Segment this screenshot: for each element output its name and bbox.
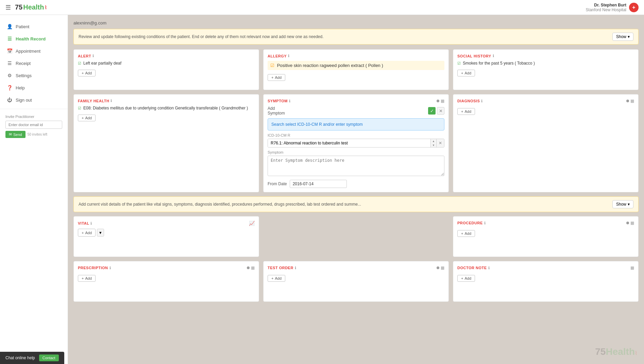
sidebar-item-appointment[interactable]: 📅 Appointment [0, 45, 68, 57]
allergy-card: ALLERGY ℹ ☑ Positive skin reaction ragwe… [263, 49, 449, 90]
procedure-card-header: PROCEDURE ℹ ▦ [457, 221, 634, 225]
family-health-add-button[interactable]: + Add [78, 115, 96, 121]
sidebar-item-label-health-record: Health Record [16, 36, 46, 41]
doctor-note-add-button[interactable]: + Add [457, 275, 475, 282]
family-health-add-label: Add [85, 116, 92, 120]
diagnosis-toolbar-dot[interactable] [626, 100, 629, 102]
symptom-textarea[interactable] [268, 156, 444, 176]
prescription-info-icon[interactable]: ℹ [109, 266, 111, 270]
symptom-toolbar-cal-icon[interactable]: ▦ [441, 99, 444, 103]
from-date-row: From Date [268, 180, 444, 188]
topnav: ☰ 75 Health ⌇ Dr. Stephen Burt Stanford … [0, 0, 644, 15]
diagnosis-add-button[interactable]: + Add [457, 108, 475, 115]
visit-bar: Add current visit details of the patient… [73, 196, 639, 212]
prescription-add-button[interactable]: + Add [78, 275, 96, 282]
doctor-note-card: DOCTOR NOTE ℹ ▦ + Add [453, 261, 639, 302]
topnav-left: ☰ 75 Health ⌇ [5, 3, 47, 11]
doctor-note-toolbar-cal-icon[interactable]: ▦ [630, 265, 634, 270]
symptom-toolbar-dot[interactable] [437, 100, 439, 102]
symptom-label: Symptom [268, 150, 444, 154]
show-arrow-icon: ▾ [628, 34, 630, 39]
prescription-toolbar-dot[interactable] [247, 266, 250, 269]
brand-75: 75 [15, 3, 22, 11]
from-date-label: From Date [268, 181, 287, 186]
allergy-item-text-0: Positive skin reaction ragweed pollen ex… [277, 63, 383, 68]
allergy-info-icon[interactable]: ℹ [288, 54, 289, 58]
sidebar-item-sign-out[interactable]: ⏻ Sign out [0, 94, 68, 106]
test-order-card-title: TEST ORDER [268, 266, 293, 270]
symptom-card: SYMPTOM ℹ ▦ AddSymptom ✓ ✕ [263, 94, 449, 192]
sidebar-item-help[interactable]: ❓ Help [0, 82, 68, 94]
prescription-toolbar-cal-icon[interactable]: ▦ [251, 265, 255, 270]
vital-add-arrow-button[interactable]: ▾ [97, 229, 104, 237]
sidebar-item-receipt[interactable]: ☰ Receipt [0, 57, 68, 69]
family-health-info-icon[interactable]: ℹ [111, 99, 112, 103]
vital-card: VITAL ℹ 📈 + Add ▾ [73, 216, 259, 257]
test-order-add-plus-icon: + [271, 276, 273, 280]
test-order-card-toolbar: ▦ [437, 265, 444, 270]
sidebar-item-label-settings: Settings [16, 73, 32, 78]
procedure-info-icon[interactable]: ℹ [484, 221, 486, 225]
vital-add-label: Add [85, 231, 92, 235]
allergy-check-icon: ☑ [270, 63, 274, 68]
test-order-add-label: Add [275, 276, 282, 280]
symptom-add-label: AddSymptom [268, 106, 285, 116]
sidebar-item-patient[interactable]: 👤 Patient [0, 20, 68, 33]
diagnosis-info-icon[interactable]: ℹ [481, 99, 482, 103]
test-order-info-icon[interactable]: ℹ [295, 266, 296, 270]
vital-info-icon[interactable]: ℹ [90, 221, 92, 226]
hamburger-icon[interactable]: ☰ [5, 4, 11, 11]
symptom-cancel-button[interactable]: ✕ [437, 107, 444, 115]
sidebar-item-health-record[interactable]: ☰ Health Record [0, 33, 68, 45]
sidebar-item-settings[interactable]: ⚙ Settings [0, 69, 68, 82]
cards-row-4: PRESCRIPTION ℹ ▦ + Add TEST ORDER ℹ [73, 261, 639, 302]
family-health-item-0: ☑ E08: Diabetes mellitus due to underlyi… [78, 106, 255, 110]
social-history-info-icon[interactable]: ℹ [493, 54, 494, 58]
alert-card: ALERT ℹ ☑ Left ear partially deaf + Add [73, 49, 259, 90]
show-button-visit[interactable]: Show ▾ [612, 200, 633, 208]
invite-email-input[interactable] [5, 121, 62, 129]
icd-input[interactable] [268, 139, 430, 147]
visit-show-arrow-icon: ▾ [628, 202, 630, 207]
sidebar-item-label-receipt: Receipt [16, 61, 31, 66]
test-order-toolbar-cal-icon[interactable]: ▦ [441, 265, 444, 270]
cards-row-1: ALERT ℹ ☑ Left ear partially deaf + Add … [73, 49, 639, 90]
symptom-info-icon[interactable]: ℹ [289, 99, 290, 103]
invite-section: Invite Practitioner ✉ Send 50 invites le… [0, 109, 68, 143]
procedure-add-button[interactable]: + Add [457, 230, 475, 237]
procedure-toolbar-dot[interactable] [626, 222, 629, 224]
sidebar-item-label-sign-out: Sign out [16, 98, 32, 103]
diagnosis-toolbar-cal-icon[interactable]: ▦ [630, 99, 634, 103]
alert-add-button[interactable]: + Add [78, 70, 96, 76]
diagnosis-card: DIAGNOSIS ℹ ▦ + Add [453, 94, 639, 192]
symptom-popup-area: AddSymptom ✓ ✕ Search select ICD-10-CM R… [268, 106, 444, 188]
cross-icon[interactable]: + [629, 3, 639, 12]
vital-add-button[interactable]: + Add [78, 229, 96, 237]
show-button-top[interactable]: Show ▾ [612, 33, 633, 41]
show-label: Show [616, 34, 626, 39]
test-order-add-button[interactable]: + Add [268, 275, 285, 282]
doctor-note-card-header: DOCTOR NOTE ℹ ▦ [457, 265, 634, 270]
icd-label: ICD-10-CM R [268, 133, 444, 137]
family-health-item-text-0: E08: Diabetes mellitus due to underlying… [83, 106, 248, 110]
contact-button[interactable]: Contact [39, 354, 59, 361]
icd-scroll-up[interactable]: ▲ [431, 139, 436, 143]
doctor-note-add-plus-icon: + [461, 276, 463, 280]
from-date-input[interactable] [290, 180, 347, 188]
procedure-add-label: Add [464, 231, 471, 236]
procedure-toolbar-cal-icon[interactable]: ▦ [630, 221, 634, 225]
alert-info-icon[interactable]: ℹ [92, 54, 94, 58]
allergy-add-button[interactable]: + Add [268, 74, 285, 81]
visit-show-label: Show [616, 202, 626, 207]
social-history-add-button[interactable]: + Add [457, 70, 475, 76]
icd-scroll-down[interactable]: ▼ [431, 143, 436, 147]
doctor-note-info-icon[interactable]: ℹ [488, 266, 490, 270]
test-order-toolbar-dot[interactable] [437, 266, 439, 269]
social-history-card-title: SOCIAL HISTORY [457, 54, 491, 58]
send-invite-button[interactable]: ✉ Send [5, 131, 26, 138]
icd-clear-button[interactable]: ✕ [436, 139, 444, 147]
doctor-note-card-title: DOCTOR NOTE [457, 266, 487, 270]
vital-graph-icon[interactable]: 📈 [249, 221, 255, 226]
main-content: alexninn@g.com Review and update followi… [68, 15, 644, 364]
symptom-confirm-button[interactable]: ✓ [428, 107, 436, 115]
